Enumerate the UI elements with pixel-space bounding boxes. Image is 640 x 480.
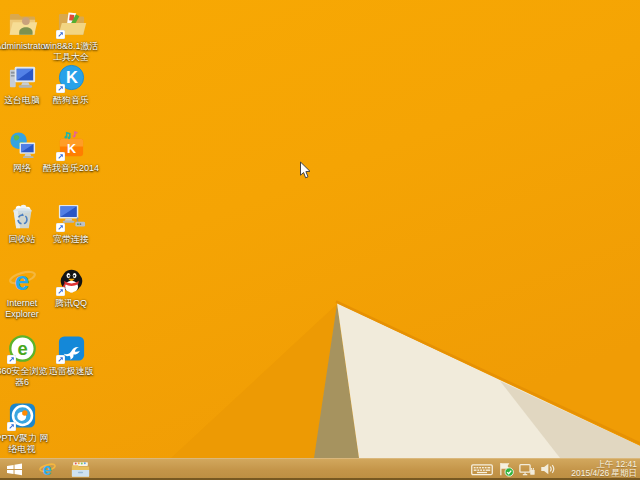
tray-volume-icon[interactable]: [540, 458, 555, 480]
tray-action-center-icon[interactable]: [498, 458, 514, 480]
network-icon: [7, 130, 38, 161]
shortcut-arrow-icon: [56, 287, 65, 296]
desktop-icon-label: 宽带连接: [53, 234, 89, 245]
desktop-icon-label: 迅雷极速版: [49, 366, 94, 377]
clock-date: 2015/4/26 星期日: [565, 469, 637, 479]
taskbar-button-file-explorer[interactable]: [66, 458, 94, 480]
system-tray: 上午 12:41 2015/4/26 星期日: [471, 458, 640, 480]
desktop-icon-win8-activation-tools[interactable]: win8&8.1激活工具大全: [42, 8, 100, 62]
svg-text:e: e: [14, 266, 29, 296]
desktop-icon-label: PPTV聚力 网络电视: [0, 433, 51, 454]
svg-text:e: e: [17, 338, 27, 359]
tray-touch-keyboard-icon[interactable]: [471, 458, 493, 480]
shortcut-arrow-icon: [56, 152, 65, 161]
xunlei-speed-icon: [56, 333, 87, 364]
desktop-icon-label: 回收站: [9, 234, 36, 245]
shortcut-arrow-icon: [56, 223, 65, 232]
desktop-icon-label: 这台电脑: [4, 95, 40, 106]
tray-network-status-icon[interactable]: [519, 458, 535, 480]
desktop-icon-xunlei-speed[interactable]: 迅雷极速版: [42, 333, 100, 377]
desktop-icon-pptv[interactable]: PPTV聚力 网络电视: [0, 400, 51, 454]
kuwo-music-2014-icon: K: [56, 130, 87, 161]
ie-small-icon: e: [38, 460, 57, 479]
tray-icons: [471, 458, 555, 480]
taskbar-button-internet-explorer[interactable]: e: [33, 458, 61, 480]
svg-text:K: K: [66, 68, 78, 86]
pptv-icon: [7, 400, 38, 431]
start-button[interactable]: [0, 458, 28, 480]
desktop[interactable]: Administratorwin8&8.1激活工具大全这台电脑K酷狗音乐网络K酷…: [0, 0, 640, 458]
desktop-icon-label: 酷狗音乐: [53, 95, 89, 106]
desktop-icon-kuwo-music-2014[interactable]: K酷我音乐2014: [42, 130, 100, 174]
desktop-icon-label: 腾讯QQ: [55, 298, 87, 309]
windows-81-desktop-screen: Administratorwin8&8.1激活工具大全这台电脑K酷狗音乐网络K酷…: [0, 0, 640, 480]
desktop-icon-tencent-qq[interactable]: 腾讯QQ: [42, 265, 100, 309]
svg-text:K: K: [66, 142, 75, 156]
desktop-icon-label: 酷我音乐2014: [43, 163, 99, 174]
svg-text:e: e: [42, 460, 51, 478]
this-pc-icon: [7, 62, 38, 93]
desktop-icon-kugou-music[interactable]: K酷狗音乐: [42, 62, 100, 106]
recycle-bin-icon: [7, 201, 38, 232]
broadband-connection-icon: [56, 201, 87, 232]
taskbar-clock[interactable]: 上午 12:41 2015/4/26 星期日: [565, 460, 637, 479]
shortcut-arrow-icon: [7, 355, 16, 364]
shortcut-arrow-icon: [56, 355, 65, 364]
windows-logo-icon: [6, 462, 23, 477]
shortcut-arrow-icon: [7, 422, 16, 431]
360-safe-browser-6-icon: e: [7, 333, 38, 364]
administrator-icon: [7, 8, 38, 39]
shortcut-arrow-icon: [56, 84, 65, 93]
tencent-qq-icon: [56, 265, 87, 296]
desktop-icon-broadband-connection[interactable]: 宽带连接: [42, 201, 100, 245]
internet-explorer-icon: e: [7, 265, 38, 296]
taskbar-buttons: e: [0, 458, 94, 480]
shortcut-arrow-icon: [56, 30, 65, 39]
desktop-icon-label: win8&8.1激活工具大全: [42, 41, 100, 62]
file-explorer-icon: [71, 461, 90, 478]
taskbar: e 上午 12:41 2015/4/26 星期日: [0, 458, 640, 480]
desktop-icon-label: 网络: [13, 163, 31, 174]
kugou-music-icon: K: [56, 62, 87, 93]
win8-activation-tools-icon: [56, 8, 87, 39]
